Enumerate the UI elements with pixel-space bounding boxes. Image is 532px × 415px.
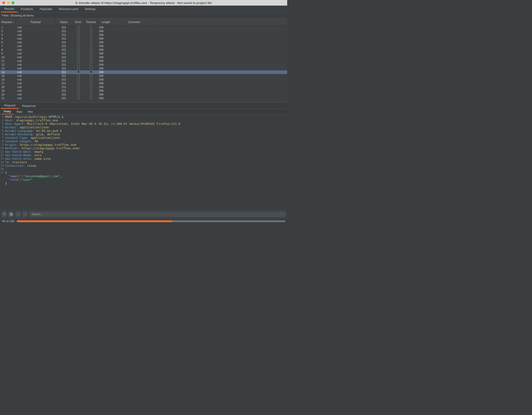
line-number: 5 bbox=[0, 129, 5, 132]
table-row[interactable]: 4null201399 bbox=[0, 33, 287, 37]
table-row[interactable]: 18null201399 bbox=[0, 85, 287, 89]
tab-settings[interactable]: Settings bbox=[81, 6, 99, 12]
checkbox-icon bbox=[90, 85, 92, 88]
table-body[interactable]: 2null2013993null2013994null2013995null20… bbox=[0, 26, 287, 102]
line-content[interactable]: Origin: https://stagingapp.truffles.one bbox=[5, 143, 287, 147]
search-input[interactable] bbox=[29, 212, 286, 217]
line-content[interactable]: } bbox=[5, 181, 287, 185]
tab-payloads[interactable]: Payloads bbox=[36, 6, 55, 12]
line-content[interactable]: Host: stagingapi.truffles.one bbox=[5, 119, 287, 122]
checkbox-icon bbox=[77, 26, 80, 28]
table-row[interactable]: 13null201399 bbox=[0, 67, 287, 70]
column-header-timeout[interactable]: Timeout bbox=[84, 19, 97, 25]
cell-timeout bbox=[84, 71, 97, 74]
cell-length: 399 bbox=[97, 30, 114, 33]
checkbox-icon bbox=[77, 45, 80, 47]
table-row[interactable]: 16null201399 bbox=[0, 78, 287, 82]
gear-icon[interactable] bbox=[8, 212, 14, 217]
code-line: 2Host: stagingapi.truffles.one bbox=[0, 119, 287, 122]
table-row[interactable]: 5null201399 bbox=[0, 37, 287, 40]
line-content[interactable]: { bbox=[5, 171, 287, 175]
cell-status: 201 bbox=[56, 82, 72, 85]
line-content[interactable]: Accept-Language: en-US,en;q=0.5 bbox=[5, 129, 287, 132]
progress-track bbox=[17, 220, 285, 222]
view-tab-hex[interactable]: Hex bbox=[25, 109, 35, 114]
maximize-window-icon[interactable] bbox=[12, 1, 14, 4]
tab-response[interactable]: Response bbox=[19, 103, 39, 109]
line-content[interactable]: "email":"naivenom@gmail.com", bbox=[5, 175, 287, 178]
table-row[interactable]: 9null201399 bbox=[0, 52, 287, 55]
tab-positions[interactable]: Positions bbox=[18, 6, 36, 12]
checkbox-icon bbox=[77, 48, 80, 51]
table-row[interactable]: 21null201398 bbox=[0, 96, 287, 100]
table-row[interactable]: 2null201399 bbox=[0, 26, 287, 29]
line-content[interactable]: User-Agent: Mozilla/5.0 (Macintosh; Inte… bbox=[5, 122, 287, 126]
table-row[interactable]: 15null201399 bbox=[0, 74, 287, 78]
view-tab-raw[interactable]: Raw bbox=[14, 109, 25, 114]
cell-request: 12 bbox=[0, 63, 16, 66]
cell-payload: null bbox=[16, 33, 56, 37]
table-row[interactable]: 10null201399 bbox=[0, 55, 287, 59]
help-icon[interactable]: ? bbox=[1, 212, 7, 217]
table-row[interactable]: 20null201398 bbox=[0, 93, 287, 96]
cell-request: 19 bbox=[0, 89, 16, 92]
line-content[interactable]: Connection: close bbox=[5, 164, 287, 167]
checkbox-icon bbox=[77, 56, 80, 58]
table-row[interactable]: 17null201399 bbox=[0, 82, 287, 85]
line-content[interactable]: "role":"user" bbox=[5, 178, 287, 181]
table-row[interactable]: 6null201399 bbox=[0, 40, 287, 44]
line-number: 13 bbox=[0, 157, 5, 160]
tab-request[interactable]: Request bbox=[1, 103, 19, 109]
column-header-comment[interactable]: Comment bbox=[114, 19, 154, 25]
column-header-request[interactable]: Request∧ bbox=[0, 19, 16, 25]
line-content[interactable]: Sec-Fetch-Site: same-site bbox=[5, 157, 287, 160]
line-number: 7 bbox=[0, 136, 5, 139]
line-content[interactable]: Sec-Fetch-Dest: empty bbox=[5, 150, 287, 154]
line-content[interactable]: POST /api/v1/auth/login HTTP/1.1 bbox=[5, 115, 287, 119]
table-row[interactable]: 14null201399 bbox=[0, 70, 287, 74]
line-content[interactable]: Sec-Fetch-Mode: cors bbox=[5, 154, 287, 157]
line-content[interactable]: Accept-Encoding: gzip, deflate bbox=[5, 132, 287, 136]
cell-request: 6 bbox=[0, 41, 16, 44]
tab-results[interactable]: Results bbox=[1, 6, 18, 12]
column-header-length[interactable]: Length bbox=[97, 19, 114, 25]
line-content[interactable]: Content-Length: 44 bbox=[5, 139, 287, 143]
cell-payload: null bbox=[16, 82, 56, 85]
code-line: } bbox=[0, 181, 287, 185]
cell-error bbox=[72, 45, 84, 48]
line-number bbox=[0, 178, 5, 181]
table-row[interactable]: 3null201399 bbox=[0, 29, 287, 33]
request-body-viewer[interactable]: 1POST /api/v1/auth/login HTTP/1.12Host: … bbox=[0, 115, 287, 210]
filter-bar[interactable]: Filter: Showing all items bbox=[0, 13, 287, 19]
line-number: 9 bbox=[0, 143, 5, 147]
titlebar: 9. Intruder attack of https://stagingapi… bbox=[0, 0, 287, 6]
cell-payload: null bbox=[16, 56, 56, 59]
table-row[interactable]: 11null201399 bbox=[0, 59, 287, 63]
cell-timeout bbox=[84, 41, 97, 44]
forward-icon[interactable]: → bbox=[22, 212, 28, 217]
minimize-window-icon[interactable] bbox=[7, 1, 10, 4]
line-number: 12 bbox=[0, 154, 5, 157]
table-row[interactable]: 8null201399 bbox=[0, 48, 287, 52]
view-tab-pretty[interactable]: Pretty bbox=[1, 109, 14, 114]
line-content[interactable] bbox=[5, 167, 287, 171]
tab-resource-pool[interactable]: Resource pool bbox=[56, 6, 82, 12]
column-header-payload[interactable]: Payload bbox=[16, 19, 56, 25]
column-header-status[interactable]: Status bbox=[56, 19, 72, 25]
column-header-error[interactable]: Error bbox=[72, 19, 84, 25]
line-content[interactable]: Accept: application/json bbox=[5, 126, 287, 129]
back-icon[interactable]: ← bbox=[15, 212, 21, 217]
code-line: "role":"user" bbox=[0, 178, 287, 181]
checkbox-icon bbox=[90, 33, 92, 36]
line-content[interactable]: Content-Type: application/json bbox=[5, 136, 287, 139]
line-content[interactable]: Referer: https://stagingapp.truffles.one… bbox=[5, 147, 287, 150]
line-content[interactable]: Te: trailers bbox=[5, 160, 287, 164]
line-number: 1 bbox=[0, 115, 5, 119]
table-row[interactable]: 12null201399 bbox=[0, 63, 287, 67]
close-window-icon[interactable] bbox=[2, 1, 5, 4]
cell-request: 18 bbox=[0, 85, 16, 89]
table-row[interactable]: 19null201399 bbox=[0, 89, 287, 93]
table-row[interactable]: 7null201399 bbox=[0, 44, 287, 48]
cell-length: 399 bbox=[97, 26, 114, 29]
cell-payload: null bbox=[16, 74, 56, 78]
